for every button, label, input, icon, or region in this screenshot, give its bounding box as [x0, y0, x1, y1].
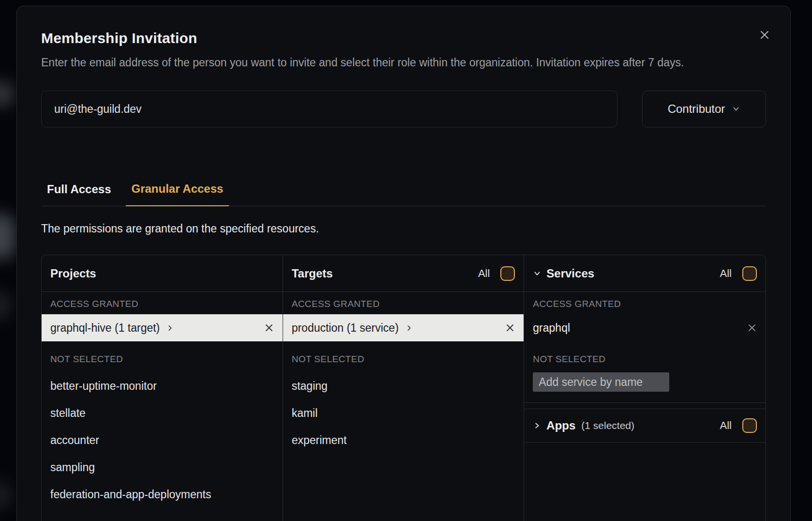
access-tabs: Full Access Granular Access: [41, 182, 766, 206]
chevron-down-icon: [732, 104, 740, 114]
backdrop-blur-blob: [0, 480, 12, 509]
resource-selection-table: Projects ACCESS GRANTED graphql-hive (1 …: [41, 255, 766, 521]
close-button[interactable]: [757, 28, 772, 42]
project-list-item[interactable]: sampling: [42, 454, 283, 481]
service-selected-name: graphql: [533, 322, 570, 335]
chevron-right-icon: [533, 421, 541, 430]
services-access-granted-label: ACCESS GRANTED: [524, 298, 766, 310]
apps-selected-count: (1 selected): [581, 420, 634, 431]
targets-column-header: Targets All: [283, 255, 524, 292]
apps-all-label: All: [720, 419, 732, 432]
targets-column: Targets All ACCESS GRANTED production (1…: [283, 255, 525, 521]
target-list-item[interactable]: staging: [283, 372, 524, 399]
services-column-header[interactable]: Services All: [524, 255, 766, 292]
targets-all-label: All: [478, 267, 490, 280]
role-select[interactable]: Contributor: [642, 91, 766, 127]
project-selected-name: graphql-hive (1 target): [50, 322, 160, 335]
backdrop-blur-blob: [0, 291, 11, 320]
tab-granular-access[interactable]: Granular Access: [126, 182, 229, 206]
remove-project-icon[interactable]: [264, 323, 274, 333]
tab-full-access[interactable]: Full Access: [41, 182, 117, 206]
dialog-description: Enter the email address of the person yo…: [41, 54, 766, 72]
projects-access-granted-label: ACCESS GRANTED: [42, 298, 283, 310]
project-list-item[interactable]: better-uptime-monitor: [42, 372, 283, 399]
chevron-right-icon: [406, 324, 413, 332]
services-all-checkbox[interactable]: [742, 266, 757, 281]
projects-not-selected-label: NOT SELECTED: [42, 353, 283, 366]
targets-access-granted-label: ACCESS GRANTED: [283, 298, 524, 310]
services-column: Services All ACCESS GRANTED graphql NOT …: [524, 255, 766, 521]
services-all-label: All: [720, 267, 732, 280]
targets-all-checkbox[interactable]: [500, 266, 515, 281]
services-header-label: Services: [546, 267, 594, 280]
role-select-value: Contributor: [668, 102, 725, 116]
project-list-item[interactable]: federation-and-app-deployments: [42, 481, 283, 508]
services-section: ACCESS GRANTED graphql NOT SELECTED: [524, 292, 766, 403]
project-selected-row[interactable]: graphql-hive (1 target): [42, 314, 283, 341]
backdrop-blur-blob: [0, 213, 15, 260]
targets-not-selected-list: staging kamil experiment: [283, 372, 524, 454]
apps-all-checkbox[interactable]: [742, 418, 757, 433]
services-not-selected-label: NOT SELECTED: [524, 353, 766, 366]
service-selected-row[interactable]: graphql: [524, 314, 766, 341]
targets-header-label: Targets: [292, 267, 333, 280]
close-icon: [759, 29, 770, 41]
remove-target-icon[interactable]: [505, 323, 515, 333]
apps-accordion-row[interactable]: Apps (1 selected) All: [524, 409, 766, 443]
project-list-item[interactable]: accounter: [42, 427, 283, 454]
target-list-item[interactable]: kamil: [283, 399, 524, 427]
email-input[interactable]: [41, 91, 617, 127]
backdrop-blur-blob: [0, 81, 15, 107]
projects-column: Projects ACCESS GRANTED graphql-hive (1 …: [42, 255, 283, 521]
projects-header-label: Projects: [50, 267, 96, 280]
target-selected-name: production (1 service): [292, 322, 399, 335]
remove-service-icon[interactable]: [747, 323, 757, 333]
permissions-note: The permissions are granted on the speci…: [41, 222, 766, 235]
targets-not-selected-label: NOT SELECTED: [283, 353, 524, 366]
projects-column-header: Projects: [42, 255, 283, 292]
target-selected-row[interactable]: production (1 service): [283, 314, 524, 341]
chevron-right-icon: [166, 324, 174, 332]
dialog-title: Membership Invitation: [41, 29, 766, 48]
projects-not-selected-list: better-uptime-monitor stellate accounter…: [42, 372, 283, 508]
target-list-item[interactable]: experiment: [283, 427, 524, 454]
membership-invitation-dialog: Membership Invitation Enter the email ad…: [16, 6, 791, 521]
add-service-input[interactable]: [533, 372, 669, 392]
chevron-down-icon: [533, 269, 541, 278]
project-list-item[interactable]: stellate: [42, 399, 283, 427]
apps-header-label: Apps: [546, 419, 575, 432]
invite-row: Contributor: [41, 91, 766, 127]
